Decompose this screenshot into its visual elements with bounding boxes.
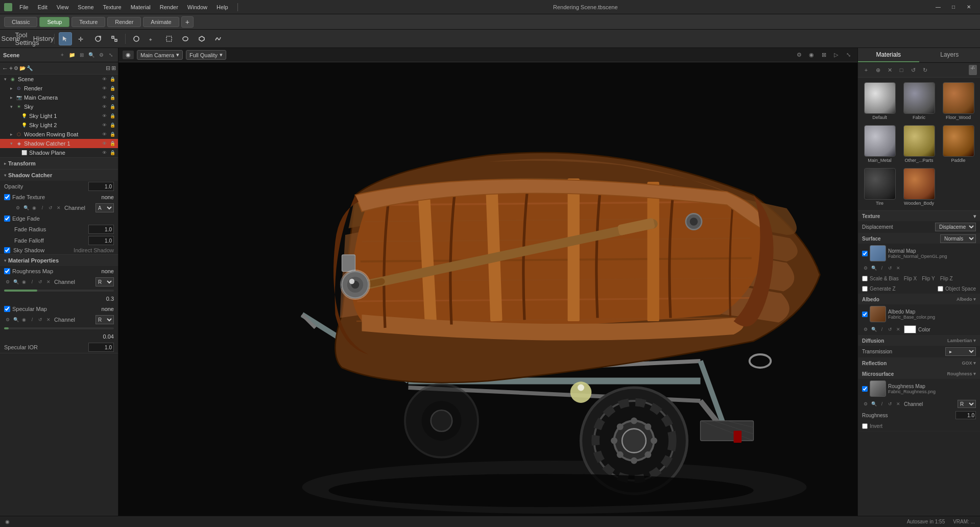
tree-item-sky-light-1[interactable]: 💡 Sky Light 1 👁 🔒 xyxy=(0,111,118,121)
tree-icon-lock-sl2[interactable]: 🔒 xyxy=(109,122,116,129)
fade-texture-checkbox[interactable] xyxy=(4,194,10,200)
tree-item-shadow-plane[interactable]: ⬜ Shadow Plane 👁 🔒 xyxy=(0,148,118,157)
tree-icon-eye-boat[interactable]: 👁 xyxy=(101,131,108,138)
menu-window[interactable]: Window xyxy=(183,3,211,11)
ellipse-tool[interactable] xyxy=(179,32,192,45)
specular-checkbox[interactable] xyxy=(4,306,10,312)
am-icon-3[interactable]: / xyxy=(878,326,886,333)
mat-item-paddle[interactable]: Paddle xyxy=(940,124,977,164)
tree-icon-lock-boat[interactable]: 🔒 xyxy=(109,131,116,138)
menu-texture[interactable]: Texture xyxy=(99,3,126,11)
mat-item-default[interactable]: Default xyxy=(861,81,898,122)
object-space-checkbox[interactable] xyxy=(938,286,943,292)
rm-icon-2[interactable]: 🔍 xyxy=(12,278,19,285)
rm-icon-5[interactable]: ↺ xyxy=(37,278,44,285)
tree-item-scene[interactable]: ▾ ◉ Scene 👁 🔒 xyxy=(0,75,118,84)
mat-item-floor-wood[interactable]: Floor_Wood xyxy=(940,81,977,122)
shadow-catcher-header[interactable]: ▾ Shadow Catcher xyxy=(0,170,118,181)
opacity-input[interactable] xyxy=(88,182,114,191)
scene-btn-3[interactable]: ⚙ xyxy=(14,65,18,71)
ft-icon-5[interactable]: ↺ xyxy=(47,204,54,211)
menu-file[interactable]: File xyxy=(15,3,33,11)
scene-settings-icon[interactable]: ⚙ xyxy=(97,51,105,59)
tree-item-sky-light-2[interactable]: 💡 Sky Light 2 👁 🔒 xyxy=(0,121,118,130)
menu-scene[interactable]: Scene xyxy=(74,3,98,11)
scene-collapse-icon[interactable]: ⊟ xyxy=(106,65,110,71)
rr-icon-2[interactable]: 🔍 xyxy=(870,400,877,408)
ft-icon-1[interactable]: ⚙ xyxy=(14,204,21,211)
circle-select-tool[interactable] xyxy=(130,32,143,45)
am-icon-4[interactable]: ↺ xyxy=(887,326,894,333)
sky-shadow-checkbox[interactable] xyxy=(4,247,10,253)
am-icon-5[interactable]: ✕ xyxy=(895,326,902,333)
rm-icon-3[interactable]: ◉ xyxy=(20,278,28,285)
nm-icon-2[interactable]: 🔍 xyxy=(870,265,877,272)
albedo-header[interactable]: Albedo Albedo ▾ xyxy=(858,294,980,304)
roughness-r-input[interactable] xyxy=(955,411,976,419)
rm-icon-6[interactable]: ✕ xyxy=(45,278,52,285)
tree-icon-lock-sp[interactable]: 🔒 xyxy=(109,149,116,156)
mat-import-icon[interactable]: ⊕ xyxy=(873,65,883,75)
roughness-checkbox[interactable] xyxy=(4,268,10,274)
channel-select[interactable]: A R G B xyxy=(95,203,114,212)
mat-item-main-metal[interactable]: Main_Metal xyxy=(861,124,898,164)
polygon-tool[interactable] xyxy=(195,32,208,45)
sm-icon-1[interactable]: ⚙ xyxy=(4,316,11,323)
mat-undo-icon[interactable]: ↺ xyxy=(908,65,918,75)
vp-play-icon[interactable]: ▷ xyxy=(831,50,841,60)
mat-add-icon[interactable]: + xyxy=(861,65,871,75)
rect-select-tool[interactable] xyxy=(162,32,176,45)
scene-btn-1[interactable]: ← xyxy=(2,65,8,72)
tree-item-boat[interactable]: ▸ ⬡ Wooden Rowing Boat 👁 🔒 xyxy=(0,130,118,139)
tree-icon-eye-scene[interactable]: 👁 xyxy=(101,76,108,83)
vp-settings-icon[interactable]: ⚙ xyxy=(794,50,804,60)
invert-checkbox[interactable] xyxy=(862,423,868,429)
rotate-tool[interactable] xyxy=(91,32,105,45)
menu-view[interactable]: View xyxy=(53,3,73,11)
tree-icon-eye-sc[interactable]: 👁 xyxy=(101,140,108,147)
sm-icon-4[interactable]: / xyxy=(29,316,36,323)
select-tool[interactable] xyxy=(59,32,72,45)
tree-item-shadow-catcher[interactable]: ▾ ◈ Shadow Catcher 1 👁 🔒 xyxy=(0,139,118,148)
roughness-channel-select[interactable]: R G B A xyxy=(95,277,114,286)
albedo-color-picker[interactable] xyxy=(904,325,916,333)
am-icon-1[interactable]: ⚙ xyxy=(862,326,869,333)
fade-radius-input[interactable] xyxy=(88,225,114,234)
tree-icon-lock-sc[interactable]: 🔒 xyxy=(109,140,116,147)
tree-item-sky[interactable]: ▾ ☀ Sky 👁 🔒 xyxy=(0,102,118,111)
rm-icon-1[interactable]: ⚙ xyxy=(4,278,11,285)
sm-icon-3[interactable]: ◉ xyxy=(20,316,28,323)
scene-folder-icon[interactable]: 📁 xyxy=(68,51,76,59)
lasso-tool[interactable]: ⌖ xyxy=(146,32,159,45)
mode-render[interactable]: Render xyxy=(107,17,141,27)
scene-expand-icon[interactable]: ⤡ xyxy=(107,51,115,59)
transform-header[interactable]: ▸ Transform xyxy=(0,158,118,169)
maximize-button[interactable]: □ xyxy=(946,2,961,12)
albedo-checkbox[interactable] xyxy=(862,312,868,317)
tool-settings-button[interactable]: Tool Settings xyxy=(20,32,34,45)
rr-icon-1[interactable]: ⚙ xyxy=(862,400,869,408)
mat-duplicate-icon[interactable]: □ xyxy=(896,65,906,75)
tree-item-render[interactable]: ▸ ⊙ Render 👁 🔒 xyxy=(0,84,118,93)
scale-tool[interactable] xyxy=(108,32,121,45)
fade-falloff-input[interactable] xyxy=(88,236,114,245)
mat-item-tire[interactable]: Tire xyxy=(861,166,898,207)
rr-icon-5[interactable]: ✕ xyxy=(895,400,902,408)
mat-redo-icon[interactable]: ↻ xyxy=(920,65,930,75)
mode-texture[interactable]: Texture xyxy=(71,17,105,27)
mode-animate[interactable]: Animate xyxy=(143,17,179,27)
scene-grid-icon[interactable]: ⊞ xyxy=(78,51,86,59)
mat-props-header[interactable]: ▾ Material Properties xyxy=(0,255,118,266)
tree-icon-eye-sl2[interactable]: 👁 xyxy=(101,122,108,129)
nm-icon-3[interactable]: / xyxy=(878,265,886,272)
move-tool[interactable]: ✛ xyxy=(75,32,88,45)
ft-icon-3[interactable]: ◉ xyxy=(31,204,38,211)
tree-icon-lock-sky[interactable]: 🔒 xyxy=(109,103,116,110)
mat-item-fabric[interactable]: Fabric xyxy=(900,81,938,122)
tree-icon-eye-sky[interactable]: 👁 xyxy=(101,103,108,110)
scene-btn-4[interactable]: 📂 xyxy=(19,65,26,71)
specular-channel-select[interactable]: R G B A xyxy=(95,315,114,324)
nm-icon-1[interactable]: ⚙ xyxy=(862,265,869,272)
normal-checkbox[interactable] xyxy=(862,251,868,256)
ft-icon-6[interactable]: ✕ xyxy=(55,204,62,211)
